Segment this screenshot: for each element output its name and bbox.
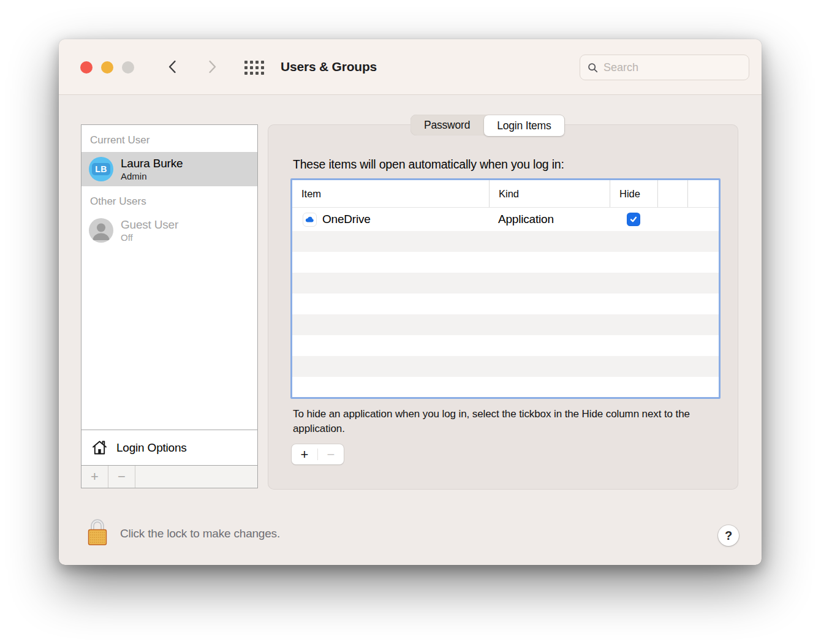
forward-button[interactable] bbox=[204, 59, 220, 75]
hide-checkbox[interactable] bbox=[627, 213, 640, 226]
item-kind: Application bbox=[489, 213, 610, 226]
sidebar-toolbar: + − bbox=[81, 465, 257, 488]
title-bar: Users & Groups bbox=[59, 39, 762, 95]
users-and-groups-window: Users & Groups Current User LB Laura Bur… bbox=[59, 39, 762, 565]
other-users-header: Other Users bbox=[81, 186, 257, 213]
help-button[interactable]: ? bbox=[718, 525, 739, 546]
empty-row bbox=[292, 231, 719, 252]
remove-login-item-button[interactable]: − bbox=[318, 444, 344, 464]
user-name: Laura Burke bbox=[121, 157, 183, 170]
window-title: Users & Groups bbox=[281, 59, 377, 74]
avatar-initials: LB bbox=[92, 163, 110, 175]
table-row[interactable]: OneDrive Application bbox=[292, 208, 719, 231]
add-user-button[interactable]: + bbox=[81, 466, 108, 488]
column-header-hide[interactable]: Hide bbox=[610, 180, 657, 207]
lock-icon bbox=[85, 517, 110, 546]
column-header-kind[interactable]: Kind bbox=[489, 180, 610, 207]
search-icon bbox=[588, 62, 598, 74]
show-all-preferences-icon[interactable] bbox=[244, 61, 264, 75]
tab-bar: Password Login Items bbox=[410, 115, 565, 135]
current-user-header: Current User bbox=[81, 125, 257, 152]
back-button[interactable] bbox=[165, 59, 181, 75]
zoom-window-button bbox=[122, 61, 134, 74]
user-name: Guest User bbox=[121, 218, 178, 232]
empty-row bbox=[292, 356, 719, 377]
tab-password[interactable]: Password bbox=[410, 115, 483, 135]
login-items-description: These items will open automatically when… bbox=[293, 157, 564, 172]
home-icon bbox=[91, 439, 108, 456]
sidebar-item-current-user[interactable]: LB Laura Burke Admin bbox=[81, 152, 257, 186]
column-header-empty bbox=[657, 180, 687, 207]
add-login-item-button[interactable]: + bbox=[292, 444, 317, 464]
empty-row bbox=[292, 314, 719, 335]
guest-avatar bbox=[89, 218, 113, 243]
empty-row bbox=[292, 273, 719, 294]
avatar: LB bbox=[89, 157, 113, 181]
empty-row bbox=[292, 252, 719, 273]
tab-login-items[interactable]: Login Items bbox=[484, 115, 564, 136]
login-options-label: Login Options bbox=[116, 441, 187, 455]
minimize-window-button[interactable] bbox=[101, 61, 113, 74]
user-status: Off bbox=[121, 232, 178, 243]
empty-row bbox=[292, 377, 719, 400]
onedrive-cloud-icon bbox=[303, 213, 317, 227]
close-window-button[interactable] bbox=[80, 61, 93, 74]
user-role: Admin bbox=[121, 171, 183, 181]
remove-user-button[interactable]: − bbox=[108, 466, 135, 488]
column-header-item[interactable]: Item bbox=[292, 180, 489, 207]
person-icon bbox=[89, 218, 113, 243]
hide-hint-text: To hide an application when you log in, … bbox=[293, 407, 722, 436]
sidebar-item-guest-user[interactable]: Guest User Off bbox=[81, 213, 257, 248]
table-header: Item Kind Hide bbox=[292, 180, 719, 208]
sidebar-item-login-options[interactable]: Login Options bbox=[81, 430, 257, 465]
item-name: OneDrive bbox=[322, 213, 371, 226]
login-items-table[interactable]: Item Kind Hide OneDrive Application bbox=[290, 178, 721, 399]
empty-row bbox=[292, 294, 719, 314]
empty-row bbox=[292, 335, 719, 356]
user-list-sidebar: Current User LB Laura Burke Admin Other … bbox=[81, 124, 258, 488]
search-input[interactable] bbox=[603, 61, 741, 74]
login-items-add-remove: + − bbox=[292, 444, 344, 464]
checkmark-icon bbox=[629, 215, 638, 224]
search-field[interactable] bbox=[580, 55, 749, 80]
column-header-empty bbox=[687, 180, 719, 207]
lock-button[interactable] bbox=[85, 517, 110, 546]
lock-hint-text: Click the lock to make changes. bbox=[120, 527, 280, 540]
